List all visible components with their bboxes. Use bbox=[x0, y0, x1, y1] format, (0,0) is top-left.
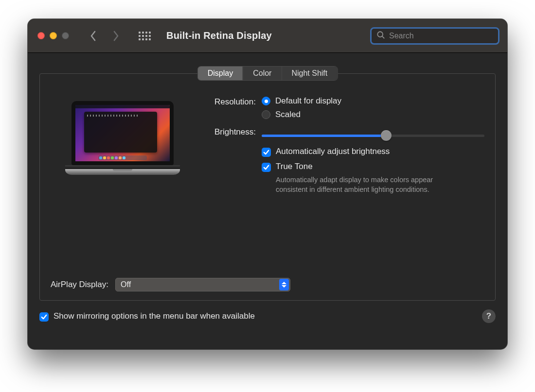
radio-unchecked-icon bbox=[262, 110, 270, 119]
back-button[interactable] bbox=[87, 29, 100, 43]
search-input[interactable] bbox=[389, 32, 493, 40]
window-title: Built-in Retina Display bbox=[166, 30, 272, 41]
auto-brightness-label: Automatically adjust brightness bbox=[276, 147, 390, 156]
brightness-label: Brightness: bbox=[199, 126, 262, 195]
settings-panel: Display Color Night Shift bbox=[39, 73, 496, 301]
resolution-label: Resolution: bbox=[199, 96, 262, 123]
checkbox-checked-icon bbox=[262, 163, 271, 172]
true-tone-label: True Tone bbox=[276, 162, 313, 171]
resolution-default-radio[interactable]: Default for display bbox=[262, 96, 484, 106]
nav-buttons bbox=[87, 29, 123, 43]
help-button[interactable]: ? bbox=[482, 309, 496, 323]
true-tone-checkbox[interactable]: True Tone bbox=[262, 162, 484, 172]
display-preview bbox=[51, 96, 195, 198]
airplay-row: AirPlay Display: Off bbox=[51, 278, 484, 291]
tab-color[interactable]: Color bbox=[243, 67, 281, 80]
titlebar: Built-in Retina Display bbox=[28, 19, 507, 53]
show-all-icon[interactable] bbox=[138, 30, 151, 42]
auto-brightness-checkbox[interactable]: Automatically adjust brightness bbox=[262, 147, 484, 157]
forward-button[interactable] bbox=[109, 29, 123, 43]
preferences-window: Built-in Retina Display Display Color Ni… bbox=[28, 19, 507, 349]
minimize-button[interactable] bbox=[50, 32, 57, 39]
zoom-button[interactable] bbox=[62, 32, 69, 39]
window-controls bbox=[37, 32, 69, 39]
tab-bar: Display Color Night Shift bbox=[197, 66, 338, 81]
footer-row: Show mirroring options in the menu bar w… bbox=[39, 309, 496, 323]
tab-display[interactable]: Display bbox=[198, 67, 243, 80]
airplay-value: Off bbox=[121, 280, 131, 289]
mirroring-checkbox[interactable]: Show mirroring options in the menu bar w… bbox=[39, 311, 255, 322]
airplay-select[interactable]: Off bbox=[115, 278, 290, 291]
chevron-up-down-icon bbox=[279, 279, 289, 290]
checkbox-checked-icon bbox=[262, 148, 271, 157]
radio-checked-icon bbox=[262, 97, 270, 105]
search-icon bbox=[376, 31, 385, 41]
resolution-scaled-radio[interactable]: Scaled bbox=[262, 110, 484, 119]
airplay-label: AirPlay Display: bbox=[51, 280, 108, 290]
brightness-slider[interactable] bbox=[262, 129, 484, 142]
resolution-scaled-label: Scaled bbox=[275, 110, 301, 119]
search-field[interactable] bbox=[370, 27, 499, 45]
mirroring-label: Show mirroring options in the menu bar w… bbox=[54, 311, 255, 321]
tab-night-shift[interactable]: Night Shift bbox=[281, 67, 337, 80]
svg-point-0 bbox=[377, 32, 383, 37]
true-tone-description: Automatically adapt display to make colo… bbox=[276, 175, 461, 195]
checkbox-checked-icon bbox=[39, 312, 49, 322]
macbook-icon bbox=[65, 101, 180, 198]
resolution-default-label: Default for display bbox=[275, 96, 341, 106]
svg-line-1 bbox=[382, 36, 385, 38]
close-button[interactable] bbox=[37, 32, 45, 39]
question-icon: ? bbox=[486, 311, 491, 321]
